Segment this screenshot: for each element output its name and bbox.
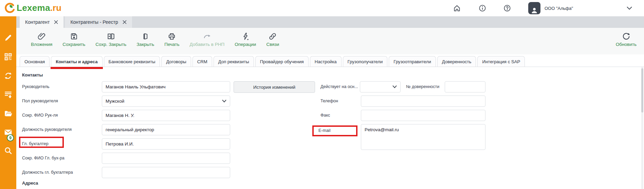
button-label: Операции [235,42,256,47]
tab-label: CRM [197,59,207,64]
print-button[interactable]: Печать [159,32,184,47]
tab-label: Договоры [166,59,186,64]
tab-label: Провайдер обучения [260,59,304,64]
operations-button[interactable]: Операции [229,32,261,47]
chief-accountant-position-label: Должность гл. бухгалтера [22,170,73,175]
button-label: Печать [164,42,179,47]
close-button[interactable]: Закрыть [131,32,159,47]
tab-contacts-addresses[interactable]: Контакты и адреса [51,56,102,67]
logo-suffix: .ru [50,3,61,13]
contacts-section-header: Контакты [22,72,43,78]
scrollbar-thumb[interactable] [641,68,643,113]
email-textarea[interactable]: Petrova@mail.ru [361,124,485,150]
save-close-button[interactable]: Сохр. Закрыть [90,32,131,47]
fax-label: Факс [320,113,330,118]
user-avatar[interactable] [528,2,540,14]
tab-power-of-attorney[interactable]: Доверенность [437,56,476,67]
contacts-form: Контакты Руководитель Пол руководителя С… [16,67,644,189]
add-to-rnp-button[interactable]: Добавить в РНП [184,32,229,47]
chevron-down-icon [222,100,226,103]
addresses-section-header: Адреса [22,181,38,186]
import-list-icon[interactable] [4,90,13,99]
search-icon[interactable] [4,146,13,155]
logo-text: Lexema [17,3,50,13]
manager-position-input[interactable]: генеральный директор [102,124,230,135]
tab-additional-details[interactable]: Доп реквизиты [214,56,254,67]
attachments-button[interactable]: Вложения [26,32,57,47]
phone-label: Телефон [320,99,338,103]
help-icon[interactable] [503,4,511,12]
links-button[interactable]: Связи [261,32,284,47]
link-icon [268,32,277,41]
button-label: Добавить в РНП [189,42,224,47]
tab-crm[interactable]: CRM [192,56,212,67]
tab-sap-integration[interactable]: Интеграция с SAP [477,56,525,67]
logo-icon [4,2,16,14]
sync-icon[interactable] [4,71,13,80]
tab-settings[interactable]: Настройка [310,56,342,67]
acts-on-basis-label: Действует на осн... [320,84,358,89]
qr-code-icon[interactable] [4,52,13,61]
chief-accountant-position-input[interactable] [102,167,230,178]
tab-label: Настройка [315,59,337,64]
manager-short-input[interactable]: Маганов Н. У. [102,110,230,121]
select-value: Мужской [106,99,124,104]
doc-tab-label: Контрагенты - Реестр [70,19,118,25]
home-icon[interactable] [453,4,461,12]
close-icon[interactable] [54,20,58,24]
history-of-changes-button[interactable]: История изменений [234,81,315,93]
info-icon[interactable] [478,4,486,12]
phone-input[interactable] [361,96,485,107]
fax-input[interactable] [361,110,485,121]
tab-bank-details[interactable]: Банковские реквизиты [104,56,160,67]
redo-arrow-icon [203,32,211,41]
folder-open-icon[interactable] [4,109,13,118]
lexema-logo[interactable]: Lexema.ru [4,2,61,14]
manager-gender-label: Пол руководителя [22,99,58,103]
save-icon [70,32,78,41]
toolbar: Вложения Сохранить Сохр. Закрыть [16,28,644,54]
top-header: Lexema.ru ООО "Альфа" [0,0,644,16]
edit-pencil-icon[interactable] [4,33,13,42]
paperclip-icon [37,32,46,41]
vertical-scrollbar[interactable] [641,67,643,189]
tab-training-provider[interactable]: Провайдер обучения [255,56,309,67]
button-label: Сохр. Закрыть [95,42,126,47]
annotation-underline-contacts-tab [51,67,103,69]
chief-accountant-short-input[interactable] [102,153,230,164]
app-window: Lexema.ru ООО "Альфа" [0,0,644,189]
poa-number-input[interactable] [445,81,485,92]
tab-contracts[interactable]: Договоры [161,56,191,67]
document-tabbar: Контрагент Контрагенты - Реестр [16,16,644,28]
lightning-icon [241,32,250,41]
person-icon [530,6,538,14]
tab-label: Грузополучатели [348,59,383,64]
email-label: E-mail [318,128,330,133]
chief-accountant-input[interactable]: Петрова И.И. [102,138,230,150]
chief-accountant-short-label: Сокр. ФИО Гл. бух-ра [22,156,65,160]
tab-main[interactable]: Основная [20,56,50,67]
acts-on-basis-select[interactable] [360,81,401,92]
close-icon[interactable] [123,20,127,24]
manager-gender-select[interactable]: Мужской [102,96,230,107]
tab-label: Интеграция с SAP [482,59,520,64]
tab-label: Грузоотправители [393,59,431,64]
tab-shippers[interactable]: Грузоотправители [389,56,436,67]
doc-tab-kontragenty-reestr[interactable]: Контрагенты - Реестр [65,16,132,28]
form-tabstrip: Основная Контакты и адреса Банковские ре… [16,54,644,67]
refresh-button[interactable]: Обновить [616,32,637,47]
toolbar-buttons: Вложения Сохранить Сохр. Закрыть [26,32,284,47]
button-label: Закрыть [136,42,154,47]
button-label: Обновить [616,42,637,47]
door-icon [141,32,150,41]
manager-input[interactable]: Маганов Наиль Ульфатович [102,81,230,92]
tab-consignees[interactable]: Грузополучатели [343,56,388,67]
tab-label: Банковские реквизиты [109,59,155,64]
doc-tab-kontragent[interactable]: Контрагент [20,16,63,28]
chevron-down-icon[interactable] [626,4,633,12]
tab-label: Доп реквизиты [218,59,249,64]
manager-short-label: Сокр. ФИО Рук-ля [22,113,58,118]
chevron-down-icon [392,85,397,88]
button-label: Сохранить [62,42,85,47]
save-button[interactable]: Сохранить [57,32,90,47]
